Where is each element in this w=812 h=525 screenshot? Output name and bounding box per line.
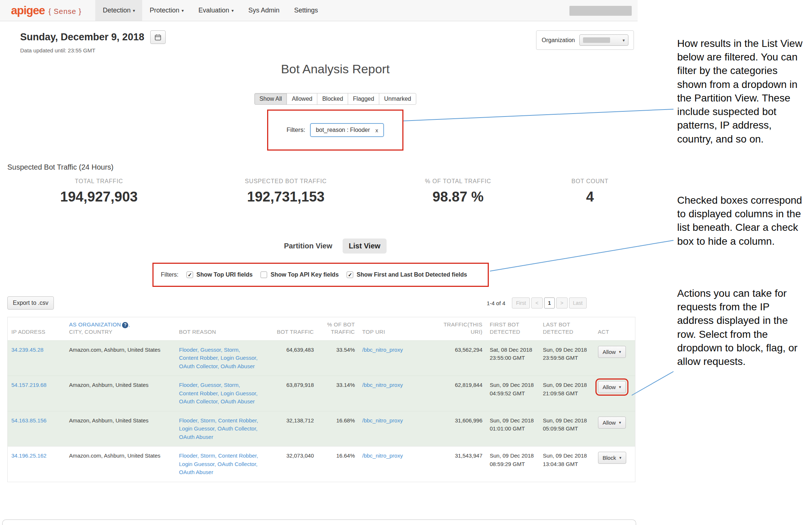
header-traffic-this-uri: TRAFFIC(THIS URI) — [432, 317, 486, 341]
as-organization-cell: Amazon, Ashburn, United States — [66, 411, 176, 447]
nav-item-label: Evaluation — [199, 7, 229, 14]
action-label: Allow — [603, 419, 616, 426]
chevron-down-icon: ▾ — [619, 420, 621, 425]
traffic-stats: TOTAL TRAFFIC 194,927,903 SUSPECTED BOT … — [0, 178, 638, 205]
bot-reason-links[interactable]: Flooder, Guessor, Storm, Content Robber,… — [179, 382, 258, 404]
action-dropdown[interactable]: Allow▾ — [598, 417, 626, 429]
organization-label: Organization — [542, 37, 575, 44]
pagination-range-label: 1-4 of 4 — [487, 300, 505, 306]
header-as-org-text: AS ORGANIZATION — [69, 321, 121, 328]
pagination: First < 1 > Last — [512, 297, 587, 308]
column-filters-label: Filters: — [161, 271, 178, 278]
nav-item-settings[interactable]: Settings ▾ — [287, 0, 325, 21]
nav-item-label: Detection — [103, 7, 130, 14]
action-dropdown-highlighted[interactable]: Allow▾ — [598, 381, 626, 393]
redacted-account-info — [569, 6, 632, 16]
nav-item-evaluation[interactable]: Evaluation ▾ — [191, 0, 241, 21]
chevron-down-icon: ▾ — [619, 350, 621, 354]
help-icon[interactable]: ? — [122, 322, 128, 328]
bot-traffic-cell: 64,639,483 — [263, 340, 318, 376]
pagination-last-button[interactable]: Last — [569, 297, 587, 308]
partition-view-tab[interactable]: Partition View — [284, 242, 332, 250]
bot-list-table: IP ADDRESS AS ORGANIZATION?, CITY, COUNT… — [7, 317, 635, 482]
nav-item-protection[interactable]: Protection ▾ — [142, 0, 191, 21]
traffic-this-uri-cell: 31,606,996 — [432, 411, 486, 447]
chevron-down-icon: ▾ — [619, 455, 621, 460]
ip-address-link[interactable]: 54.163.85.156 — [11, 417, 47, 424]
annotation-columns-note: Checked boxes correspond to displayed co… — [677, 193, 805, 248]
stats-section-title: Suspected Bot Traffic (24 Hours) — [7, 163, 638, 171]
pagination-first-button[interactable]: First — [512, 297, 530, 308]
header-top-uri: TOP URI — [359, 317, 432, 341]
pagination-next-button[interactable]: > — [556, 297, 567, 308]
remove-filter-icon[interactable]: x — [376, 127, 379, 133]
tab-flagged[interactable]: Flagged — [348, 93, 379, 105]
redacted-organization-value — [583, 37, 610, 43]
checkbox-show-first-last-detected[interactable]: ✓ Show First and Last Bot Detected field… — [347, 271, 467, 278]
first-bot-detected-cell: Sat, 08 Dec 2018 23:55:00 GMT — [486, 340, 539, 376]
stat-value: 98.87 % — [374, 189, 542, 205]
bot-reason-links[interactable]: Flooder, Storm, Content Robber, Login Gu… — [179, 417, 258, 440]
chevron-down-icon: ▾ — [232, 8, 234, 13]
bot-traffic-cell: 63,879,918 — [263, 376, 318, 411]
last-bot-detected-cell: Sun, 09 Dec 2018 21:09:58 GMT — [539, 376, 594, 411]
nav-item-label: Protection — [150, 7, 179, 14]
as-organization-cell: Amazon, Ashburn, United States — [66, 376, 176, 411]
first-bot-detected-cell: Sun, 09 Dec 2018 01:01:00 GMT — [486, 411, 539, 447]
stat-total-traffic: TOTAL TRAFFIC 194,927,903 — [0, 178, 198, 205]
nav-item-label: Sys Admin — [248, 7, 280, 14]
top-uri-link[interactable]: /bbc_nitro_proxy — [362, 417, 403, 424]
bot-reason-links[interactable]: Flooder, Guessor, Storm, Content Robber,… — [179, 347, 258, 369]
pagination-page-1-button[interactable]: 1 — [544, 297, 555, 308]
stat-label: % OF TOTAL TRAFFIC — [374, 178, 542, 185]
checkbox-show-top-uri[interactable]: ✓ Show Top URI fields — [187, 271, 252, 278]
callout-line-actions — [632, 371, 673, 395]
bot-reason-links[interactable]: Flooder, Storm, Content Robber, Login Gu… — [179, 452, 258, 475]
calendar-icon — [154, 34, 162, 41]
checkbox-icon[interactable]: ✓ — [347, 271, 353, 278]
stat-label: SUSPECTED BOT TRAFFIC — [198, 178, 374, 185]
stat-pct-total-traffic: % OF TOTAL TRAFFIC 98.87 % — [374, 178, 542, 205]
ip-address-link[interactable]: 34.196.25.162 — [11, 452, 47, 459]
top-uri-link[interactable]: /bbc_nitro_proxy — [362, 382, 403, 388]
checkbox-icon[interactable]: ✓ — [261, 271, 267, 278]
pagination-prev-button[interactable]: < — [531, 297, 542, 308]
tab-show-all[interactable]: Show All — [254, 93, 287, 105]
stat-suspected-bot-traffic: SUSPECTED BOT TRAFFIC 192,731,153 — [198, 178, 374, 205]
header-first-bot-detected: FIRST BOT DETECTED — [486, 317, 539, 341]
annotation-actions-note: Actions you can take for requests from t… — [677, 286, 805, 368]
checkbox-icon[interactable]: ✓ — [187, 271, 193, 278]
top-uri-link[interactable]: /bbc_nitro_proxy — [362, 347, 403, 353]
checkbox-show-top-api-key[interactable]: ✓ Show Top API Key fields — [261, 271, 339, 278]
nav-item-detection[interactable]: Detection ▾ — [95, 0, 142, 21]
header-as-org-comma: , — [128, 321, 130, 328]
action-dropdown[interactable]: Allow▾ — [598, 346, 626, 358]
sense-product-label: { Sense } — [48, 7, 81, 16]
tab-unmarked[interactable]: Unmarked — [379, 93, 416, 105]
nav-item-sys-admin[interactable]: Sys Admin ▾ — [241, 0, 287, 21]
stat-value: 192,731,153 — [198, 189, 374, 205]
header-last-bot-detected: LAST BOT DETECTED — [539, 317, 594, 341]
filter-tag-bot-reason[interactable]: bot_reason : Flooder x — [310, 123, 384, 137]
last-bot-detected-cell: Sun, 09 Dec 2018 13:04:38 GMT — [539, 447, 594, 482]
bot-traffic-cell: 32,138,712 — [263, 411, 318, 447]
top-uri-link[interactable]: /bbc_nitro_proxy — [362, 452, 403, 459]
table-row: 34.239.45.28 Amazon.com, Ashburn, United… — [8, 340, 635, 376]
nav-menu: Detection ▾ Protection ▾ Evaluation ▾ Sy… — [95, 0, 325, 21]
list-view-tab[interactable]: List View — [343, 239, 387, 254]
calendar-button[interactable] — [150, 30, 166, 44]
organization-dropdown[interactable]: ▾ — [579, 34, 628, 46]
apigee-logo[interactable]: apigee — [11, 4, 45, 17]
ip-address-link[interactable]: 54.157.219.68 — [11, 382, 47, 388]
header-bot-traffic: BOT TRAFFIC — [263, 317, 318, 341]
export-csv-button[interactable]: Export to .csv — [7, 296, 54, 310]
tab-blocked[interactable]: Blocked — [317, 93, 348, 105]
list-toolbar: Export to .csv 1-4 of 4 First < 1 > Last — [0, 296, 638, 310]
ip-address-link[interactable]: 34.239.45.28 — [11, 347, 44, 353]
checkbox-label: Show First and Last Bot Detected fields — [357, 271, 467, 278]
first-bot-detected-cell: Sun, 09 Dec 2018 04:59:52 GMT — [486, 376, 539, 411]
tab-allowed[interactable]: Allowed — [287, 93, 317, 105]
action-dropdown[interactable]: Block▾ — [598, 452, 626, 464]
check-icon: ✓ — [188, 272, 192, 277]
header-ip-address: IP ADDRESS — [8, 317, 66, 341]
